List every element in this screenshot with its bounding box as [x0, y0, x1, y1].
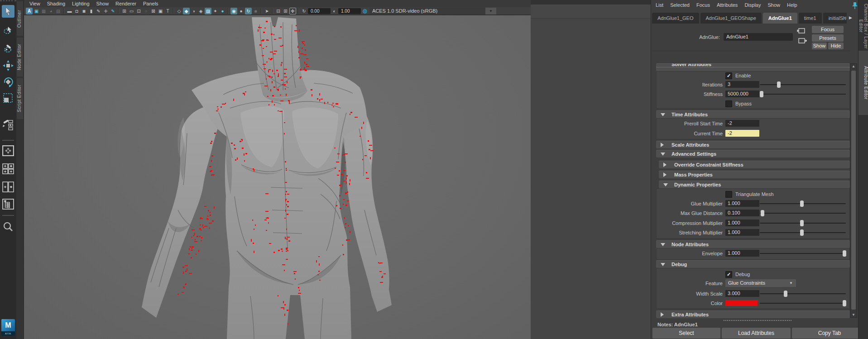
shaded-textured-icon[interactable]: ◑ [190, 8, 197, 14]
textured-checker-icon[interactable]: ▨ [205, 8, 211, 14]
maya-logo[interactable]: M AYA [1, 319, 15, 336]
section-time-attributes[interactable]: Time Attributes [656, 110, 850, 118]
zoom-tool-icon[interactable] [2, 220, 14, 233]
exposure-field[interactable]: 0.00 [308, 8, 331, 14]
snap-points-icon[interactable]: ◙ [81, 8, 87, 14]
field-chart-icon[interactable]: ⊠ [150, 8, 157, 14]
layout-single-pane-icon[interactable] [2, 144, 14, 157]
layout-four-pane-icon[interactable] [2, 162, 14, 175]
component-mask-icon[interactable]: ▨ [55, 8, 62, 14]
debug-checkbox[interactable]: ✓ [725, 271, 732, 278]
color-space-arrow-icon[interactable]: ▼ [485, 8, 496, 14]
color-management-toggle-icon[interactable]: ◍ [361, 8, 368, 14]
select-tool-icon[interactable] [2, 5, 14, 18]
xray-icon[interactable]: ⊟ [275, 8, 282, 14]
menu-panels[interactable]: Panels [143, 1, 158, 6]
select-button[interactable]: Select [652, 328, 720, 339]
section-extra-attributes[interactable]: Extra Attributes [656, 310, 850, 318]
lights-icon[interactable]: ✦ [212, 8, 219, 14]
section-advanced-settings[interactable]: Advanced Settings [656, 150, 850, 158]
ambient-occlusion-icon[interactable]: ◉ [230, 8, 237, 14]
pencil-icon[interactable]: ✎ [110, 8, 116, 14]
bookmark-icon[interactable]: ▮ [88, 8, 95, 14]
tab-node-editor[interactable]: Node Editor [17, 38, 23, 76]
tab-attribute-editor[interactable]: Attribute Editor [858, 51, 868, 115]
selection-mask-icon[interactable]: ▣ [33, 8, 40, 14]
stiffness-slider[interactable] [760, 90, 846, 98]
menu-focus[interactable]: Focus [696, 2, 710, 8]
lasso-tool-icon[interactable] [2, 24, 14, 37]
select-status-icon[interactable]: ✛ [102, 8, 109, 14]
menu-display[interactable]: Display [744, 2, 761, 8]
hud-text-icon[interactable]: T [164, 8, 171, 14]
triangulate-checkbox[interactable] [725, 191, 732, 198]
menu-attributes[interactable]: Attributes [717, 2, 738, 8]
menu-renderer[interactable]: Renderer [115, 1, 136, 6]
show-button[interactable]: Show [812, 43, 827, 49]
section-scale-attributes[interactable]: Scale Attributes [656, 141, 850, 148]
tab-outliner[interactable]: Outliner [17, 1, 23, 36]
stiffness-field[interactable]: 5000.000 [725, 91, 759, 97]
glue-multiplier-slider[interactable] [760, 200, 846, 208]
xray-joints-icon[interactable]: ⊞ [282, 8, 289, 14]
menu-show[interactable]: Show [96, 1, 109, 6]
tab-adnglue1-geoshape[interactable]: AdnGlue1_GEOShape [700, 13, 762, 24]
hide-button[interactable]: Hide [828, 43, 844, 49]
compression-multiplier-slider[interactable] [760, 219, 846, 227]
wireframe-mode-icon[interactable]: ◇ [176, 8, 182, 14]
grid-toggle-icon[interactable]: ⊞ [121, 8, 128, 14]
exposure-target-icon[interactable]: ✜ [289, 8, 296, 14]
menu-show[interactable]: Show [767, 2, 780, 8]
width-scale-slider[interactable] [760, 290, 846, 298]
move-tool-icon[interactable] [2, 59, 14, 72]
rotate-tool-icon[interactable] [2, 76, 14, 88]
notes-drag-handle[interactable] [724, 320, 791, 321]
feature-dropdown-arrow-icon[interactable]: ▼ [786, 279, 796, 287]
max-glue-distance-field[interactable]: 0.100 [725, 210, 759, 216]
section-solver-attributes[interactable]: Solver Attributes [656, 63, 850, 71]
focus-button[interactable]: Focus [812, 26, 844, 33]
section-debug[interactable]: Debug [656, 260, 850, 268]
stretching-multiplier-field[interactable]: 1.000 [725, 229, 759, 236]
paint-selection-tool-icon[interactable] [2, 42, 14, 55]
preroll-field[interactable]: -2 [725, 120, 759, 127]
resolution-gate-icon[interactable]: ⊡ [135, 8, 142, 14]
scroll-up-icon[interactable]: ▲ [850, 64, 857, 68]
bypass-checkbox[interactable] [725, 100, 732, 107]
menu-shading[interactable]: Shading [47, 1, 65, 6]
color-slider[interactable] [760, 299, 846, 307]
envelope-field[interactable]: 1.000 [725, 250, 759, 257]
paste-node-icon[interactable] [797, 37, 807, 44]
paint-attributes-tool-icon[interactable] [2, 118, 14, 131]
menu-selected[interactable]: Selected [670, 2, 690, 8]
iterations-slider[interactable] [760, 81, 846, 89]
copy-tab-button[interactable]: Copy Tab [792, 328, 867, 339]
load-attributes-button[interactable]: Load Attributes [722, 328, 791, 339]
color-swatch[interactable] [725, 300, 758, 306]
color-space-dropdown[interactable]: ACES 1.0 SDR-video (sRGB)▼ [369, 8, 496, 14]
attribute-editor-scrollbar[interactable]: ▲ ▼ [850, 63, 857, 318]
image-plane-icon[interactable]: ▣ [157, 8, 164, 14]
layout-two-pane-icon[interactable] [2, 181, 14, 193]
shadows-icon[interactable]: ● [219, 8, 226, 14]
viewport-3d[interactable] [24, 15, 531, 339]
select-by-name-icon[interactable]: A [26, 8, 33, 14]
snap-curves-icon[interactable]: ◘ [73, 8, 80, 14]
isolate-select-icon[interactable]: ➤ [264, 8, 270, 14]
fog-icon[interactable]: ■ [252, 8, 259, 14]
make-live-icon[interactable]: ✎ [95, 8, 102, 14]
section-mass-properties[interactable]: Mass Properties [659, 171, 850, 178]
section-node-attributes[interactable]: Node Attributes [656, 240, 850, 248]
stretching-multiplier-slider[interactable] [760, 229, 846, 237]
snap-grid-icon[interactable]: ▬ [66, 8, 73, 14]
scale-tool-icon[interactable] [2, 92, 14, 105]
tab-adnglue1-geo[interactable]: AdnGlue1_GEO [652, 13, 699, 24]
scroll-down-icon[interactable]: ▼ [850, 313, 857, 317]
max-glue-distance-slider[interactable] [760, 209, 846, 217]
current-time-field[interactable]: -2 [725, 130, 759, 137]
compression-multiplier-field[interactable]: 1.000 [725, 220, 759, 226]
pin-icon[interactable] [852, 2, 858, 9]
shaded-mode-icon[interactable]: ◆ [183, 8, 190, 14]
contrast-icon[interactable]: ◐ [331, 8, 338, 14]
tab-time1[interactable]: time1 [799, 13, 822, 24]
